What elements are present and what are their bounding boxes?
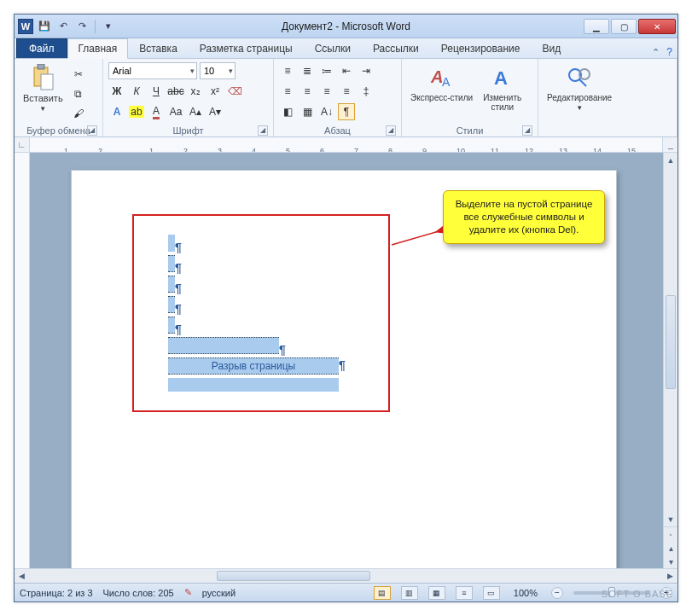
change-styles-button[interactable]: A Изменить стили xyxy=(480,62,525,113)
paste-button[interactable]: Вставить ▼ xyxy=(20,62,67,114)
vertical-scrollbar[interactable]: ▲ ▼ ◦ ▴ ▾ xyxy=(663,153,677,568)
superscript-button[interactable]: x² xyxy=(206,83,224,100)
scroll-up-button[interactable]: ▲ xyxy=(664,153,677,167)
tab-insert[interactable]: Вставка xyxy=(128,38,189,58)
web-layout-view-button[interactable]: ▦ xyxy=(428,586,445,600)
document-content[interactable]: ¶ ¶ ¶ ¶ ¶ ¶ Разрыв страницы¶ xyxy=(168,235,346,398)
shading-button[interactable]: ◧ xyxy=(279,103,296,120)
sort-button[interactable]: A↓ xyxy=(318,103,335,120)
word-app-icon: W xyxy=(18,19,33,34)
qat-undo-button[interactable]: ↶ xyxy=(55,19,71,34)
decrease-indent-button[interactable]: ⇤ xyxy=(338,62,355,79)
borders-button[interactable]: ▦ xyxy=(299,103,316,120)
group-clipboard: Вставить ▼ ✂ ⧉ 🖌 Буфер обмена◢ xyxy=(15,59,103,137)
ruler-toggle-button[interactable]: ⎯ xyxy=(662,137,677,153)
font-color-button[interactable]: A xyxy=(148,103,165,120)
app-window: W 💾 ↶ ↷ ▾ Документ2 - Microsoft Word ▁ ▢… xyxy=(14,14,678,602)
ruler-tick: 2 xyxy=(98,147,102,154)
ruler-tick: 8 xyxy=(388,147,393,154)
tab-stop-selector[interactable]: ∟ xyxy=(15,137,30,153)
strikethrough-button[interactable]: abc xyxy=(167,83,184,100)
horizontal-ruler[interactable]: ∟ 1 2 1 2 3 4 5 6 7 8 9 10 11 12 13 14 1… xyxy=(15,137,677,153)
maximize-button[interactable]: ▢ xyxy=(611,19,637,34)
next-page-button[interactable]: ▾ xyxy=(664,555,677,568)
underline-button[interactable]: Ч xyxy=(148,83,165,100)
font-dialog-launcher[interactable]: ◢ xyxy=(258,125,268,136)
qat-customize-button[interactable]: ▾ xyxy=(101,19,116,34)
align-left-button[interactable]: ≡ xyxy=(279,83,296,100)
text-effects-button[interactable]: A xyxy=(108,103,125,120)
ribbon-minimize-icon[interactable]: ⌃ xyxy=(652,47,660,58)
proofing-icon[interactable]: ✎ xyxy=(184,587,192,598)
zoom-level[interactable]: 100% xyxy=(514,588,538,598)
multilevel-button[interactable]: ≔ xyxy=(318,62,335,79)
pilcrow-mark: ¶ xyxy=(175,302,182,316)
qat-save-button[interactable]: 💾 xyxy=(37,19,52,34)
clipboard-dialog-launcher[interactable]: ◢ xyxy=(87,125,97,136)
tab-view[interactable]: Вид xyxy=(531,38,572,58)
font-name-select[interactable]: Arial xyxy=(108,62,197,79)
ruler-tick: 6 xyxy=(320,147,324,154)
subscript-button[interactable]: x₂ xyxy=(187,83,204,100)
vertical-ruler[interactable] xyxy=(15,153,30,568)
pilcrow-mark: ¶ xyxy=(279,343,286,357)
status-word-count[interactable]: Число слов: 205 xyxy=(103,588,174,598)
format-painter-button[interactable]: 🖌 xyxy=(70,105,87,122)
change-case-button[interactable]: Aa xyxy=(167,103,184,120)
full-screen-view-button[interactable]: ▥ xyxy=(401,586,418,600)
bold-button[interactable]: Ж xyxy=(108,83,125,100)
draft-view-button[interactable]: ▭ xyxy=(483,586,500,600)
copy-button[interactable]: ⧉ xyxy=(70,85,87,102)
tab-home[interactable]: Главная xyxy=(67,38,129,59)
print-layout-view-button[interactable]: ▤ xyxy=(374,586,391,600)
shrink-font-button[interactable]: A▾ xyxy=(206,103,224,120)
font-size-select[interactable]: 10 xyxy=(200,62,236,79)
status-language[interactable]: русский xyxy=(202,588,236,598)
grow-font-button[interactable]: A▴ xyxy=(187,103,204,120)
quick-styles-button[interactable]: AA Экспресс-стили xyxy=(407,62,476,104)
chevron-down-icon: ▼ xyxy=(576,104,583,112)
cut-button[interactable]: ✂ xyxy=(70,66,87,83)
minimize-button[interactable]: ▁ xyxy=(584,19,609,34)
qat-redo-button[interactable]: ↷ xyxy=(74,19,90,34)
ribbon: Вставить ▼ ✂ ⧉ 🖌 Буфер обмена◢ Arial 10 … xyxy=(15,59,677,137)
scroll-thumb[interactable] xyxy=(666,295,676,389)
zoom-out-button[interactable]: − xyxy=(551,587,563,599)
document-canvas[interactable]: ¶ ¶ ¶ ¶ ¶ ¶ Разрыв страницы¶ Выделите на… xyxy=(30,153,663,568)
increase-indent-button[interactable]: ⇥ xyxy=(358,62,375,79)
file-tab[interactable]: Файл xyxy=(16,38,67,58)
tab-references[interactable]: Ссылки xyxy=(304,38,362,58)
group-editing: Редактирование ▼ xyxy=(538,59,677,137)
browse-object-button[interactable]: ◦ xyxy=(664,527,677,541)
ruler-tick: 4 xyxy=(252,147,256,154)
outline-view-button[interactable]: ≡ xyxy=(456,586,473,600)
justify-button[interactable]: ≡ xyxy=(338,83,355,100)
scroll-right-button[interactable]: ▶ xyxy=(663,569,677,583)
status-page[interactable]: Страница: 2 из 3 xyxy=(20,588,93,598)
quick-styles-label: Экспресс-стили xyxy=(410,93,473,102)
tab-page-layout[interactable]: Разметка страницы xyxy=(189,38,304,58)
paragraph-dialog-launcher[interactable]: ◢ xyxy=(386,125,396,136)
italic-button[interactable]: К xyxy=(128,83,145,100)
line-spacing-button[interactable]: ‡ xyxy=(358,83,375,100)
help-icon[interactable]: ? xyxy=(666,46,672,58)
highlight-button[interactable]: ab xyxy=(128,103,145,120)
clear-formatting-button[interactable]: ⌫ xyxy=(226,83,243,100)
tab-review[interactable]: Рецензирование xyxy=(430,38,532,58)
styles-dialog-launcher[interactable]: ◢ xyxy=(522,125,532,136)
bucket-icon: ◧ xyxy=(283,106,293,118)
tab-mailings[interactable]: Рассылки xyxy=(362,38,430,58)
bullets-button[interactable]: ≡ xyxy=(279,62,296,79)
close-button[interactable]: ✕ xyxy=(638,19,676,34)
scroll-down-button[interactable]: ▼ xyxy=(664,512,677,526)
hscroll-thumb[interactable] xyxy=(217,571,370,581)
align-center-button[interactable]: ≡ xyxy=(299,83,316,100)
scroll-left-button[interactable]: ◀ xyxy=(15,569,29,583)
horizontal-scrollbar[interactable]: ◀ ▶ xyxy=(15,568,677,583)
show-paragraph-marks-button[interactable]: ¶ xyxy=(338,103,355,120)
prev-page-button[interactable]: ▴ xyxy=(664,541,677,555)
numbering-button[interactable]: ≣ xyxy=(299,62,316,79)
align-right-button[interactable]: ≡ xyxy=(318,83,335,100)
group-styles: AA Экспресс-стили A Изменить стили Стили… xyxy=(402,59,538,137)
editing-button[interactable]: Редактирование ▼ xyxy=(544,62,615,113)
